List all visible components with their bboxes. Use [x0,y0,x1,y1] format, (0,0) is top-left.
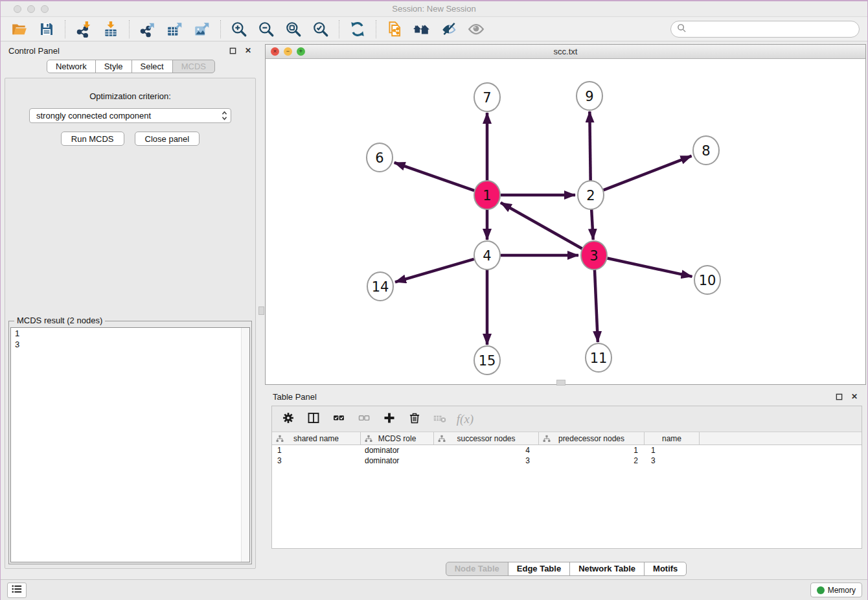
graph-edge-2-8[interactable] [604,156,692,190]
open-session-button[interactable] [6,19,33,40]
zoom-out-button[interactable] [253,19,280,40]
deselect-all-button[interactable] [354,410,374,428]
graph-node-label: 3 [589,248,598,264]
cell-predecessor-nodes[interactable]: 1 [539,445,645,456]
delete-table-icon [433,411,447,427]
cell-mcds-role[interactable]: dominator [361,445,434,456]
tab-edge-table[interactable]: Edge Table [508,562,570,576]
graph-node-label: 14 [372,279,389,295]
graph-edge-4-14[interactable] [395,259,474,282]
memory-button[interactable]: Memory [810,583,862,597]
delete-columns-button[interactable] [405,410,424,428]
search-icon [677,23,687,36]
zoom-in-icon [231,21,247,38]
tab-network-table[interactable]: Network Table [569,562,645,576]
hide-graphics-details-button[interactable] [435,19,463,40]
cell-mcds-role[interactable]: dominator [361,456,434,466]
birds-eye-view-button[interactable] [463,19,490,40]
export-network-button[interactable] [134,19,161,40]
zoom-fit-button[interactable] [280,19,307,40]
search-input[interactable] [690,25,853,34]
close-panel-button[interactable]: Close panel [135,132,200,146]
window-controls [14,5,49,13]
mcds-result-title: MCDS result (2 nodes) [14,316,105,325]
float-panel-icon[interactable] [834,392,844,401]
table-mode-button[interactable] [279,410,298,428]
run-mcds-button[interactable]: Run MCDS [61,132,124,146]
tab-node-table[interactable]: Node Table [446,562,508,576]
graph-node-label: 15 [479,353,496,369]
column-header-successor-nodes[interactable]: successor nodes [434,432,539,444]
table-row[interactable]: 1 dominator 4 1 1 [272,445,862,456]
cell-successor-nodes[interactable]: 4 [434,445,539,456]
graph-edge-2-9[interactable] [589,111,590,181]
shared-column-icon [365,435,372,444]
network-window-titlebar[interactable]: × − + scc.txt [266,45,865,59]
minimize-window-button[interactable] [27,5,35,13]
cell-name[interactable]: 3 [645,456,700,466]
result-line: 3 [11,339,249,350]
tab-style[interactable]: Style [95,60,132,73]
delete-table-button[interactable] [430,410,450,428]
cell-name[interactable]: 1 [645,445,700,456]
network-canvas[interactable]: 1234678910111415 [266,60,865,384]
close-view-button[interactable]: × [271,47,279,56]
list-icon [11,584,23,597]
column-header-name[interactable]: name [645,432,700,444]
columns-icon [307,411,320,427]
tab-network[interactable]: Network [47,60,96,73]
home-button[interactable] [408,19,435,40]
cell-predecessor-nodes[interactable]: 2 [539,456,645,466]
close-window-button[interactable] [14,5,21,13]
criterion-dropdown[interactable]: strongly connected component [29,108,231,123]
function-builder-button[interactable]: f(x) [455,410,475,428]
zoom-out-icon [258,21,275,38]
graph-edge-3-1[interactable] [501,203,582,249]
panel-divider-handle[interactable] [258,306,264,315]
table-row[interactable]: 3 dominator 3 2 3 [272,456,862,466]
table-panel-title: Table Panel [273,392,317,402]
tab-mcds[interactable]: MCDS [172,60,215,73]
import-table-icon [102,21,119,38]
select-all-button[interactable] [329,410,348,428]
optimization-criterion-label: Optimization criterion: [5,91,255,101]
result-scrollbar[interactable] [241,328,249,562]
import-network-button[interactable] [70,19,97,40]
save-session-button[interactable] [33,19,60,40]
graph-edge-2-3[interactable] [591,209,593,240]
import-table-button[interactable] [97,19,124,40]
column-header-mcds-role[interactable]: MCDS role [361,432,434,444]
tab-select[interactable]: Select [131,60,173,73]
horizontal-splitter-handle[interactable] [556,380,565,386]
graph-edge-3-11[interactable] [595,269,598,342]
search-box[interactable] [670,21,860,38]
add-column-button[interactable] [380,410,399,428]
cell-shared-name[interactable]: 3 [272,456,361,466]
export-image-button[interactable] [188,19,216,40]
close-panel-icon[interactable]: ✕ [849,392,860,401]
graph-edge-1-6[interactable] [394,163,475,190]
gear-icon [282,411,295,427]
cell-shared-name[interactable]: 1 [272,445,361,456]
show-columns-button[interactable] [304,410,323,428]
zoom-selected-button[interactable] [307,19,334,40]
network-graph[interactable]: 1234678910111415 [266,60,865,384]
column-header-shared-name[interactable]: shared name [272,432,361,444]
mcds-result-list[interactable]: 1 3 [10,327,250,562]
show-panels-button[interactable] [7,583,27,598]
zoom-in-button[interactable] [225,19,253,40]
column-header-predecessor-nodes[interactable]: predecessor nodes [539,432,645,444]
float-panel-icon[interactable] [227,46,238,55]
graph-edge-3-10[interactable] [608,259,692,277]
minimize-view-button[interactable]: − [284,47,292,56]
new-network-from-selection-button[interactable] [381,19,408,40]
memory-status-icon [817,586,825,594]
maximize-window-button[interactable] [41,5,49,13]
export-table-button[interactable] [161,19,188,40]
close-panel-icon[interactable]: ✕ [243,46,253,55]
cell-successor-nodes[interactable]: 3 [434,456,539,466]
deselect-all-icon [358,411,371,427]
tab-motifs[interactable]: Motifs [644,562,687,576]
maximize-view-button[interactable]: + [297,47,305,56]
apply-layout-button[interactable] [344,19,371,40]
